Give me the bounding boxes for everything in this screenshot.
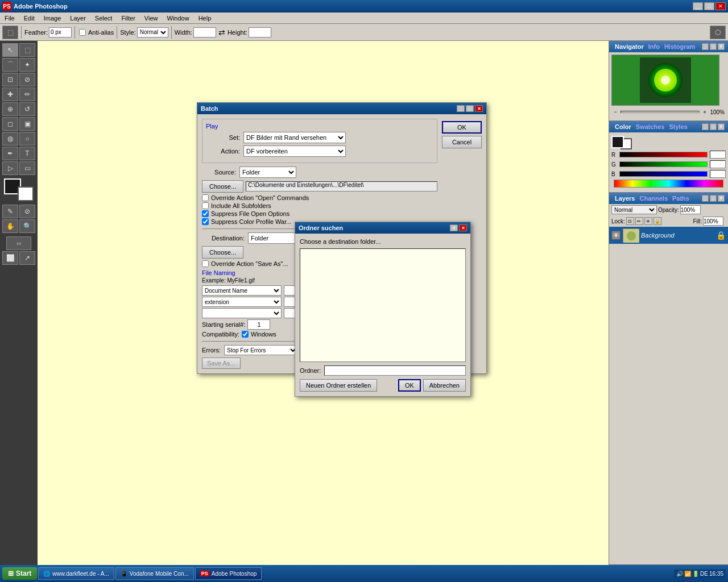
taskbar-item-photoshop[interactable]: PS Adobe Photoshop [195,567,262,580]
history-brush-tool[interactable]: ↺ [19,102,35,116]
menu-layer[interactable]: Layer [65,14,90,23]
g-value[interactable] [710,160,726,168]
width-input[interactable] [193,27,216,38]
r-value[interactable] [710,151,726,159]
info-tab[interactable]: Info [646,43,662,50]
ordner-close-btn[interactable]: ✕ [459,225,467,231]
menu-window[interactable]: Window [163,14,194,23]
magic-wand-tool[interactable]: ✦ [19,58,35,72]
lock-image-icon[interactable]: ✏ [635,217,643,225]
blur-tool[interactable]: ◍ [2,132,18,146]
navigator-tab[interactable]: Navigator [613,43,646,50]
goto-imageready[interactable]: ↗ [19,251,35,265]
screen-mode-standard[interactable]: ▭ [6,236,31,250]
choose-dest-button[interactable]: Choose... [202,246,243,259]
new-folder-button[interactable]: Neuen Ordner erstellen [300,379,377,392]
styles-tab[interactable]: Styles [667,123,689,130]
shape-tool[interactable]: ▭ [19,161,35,175]
source-select[interactable]: Folder [239,167,296,178]
ordner-help-btn[interactable]: ? [450,225,458,231]
anti-alias-checkbox[interactable] [79,29,86,36]
batch-ok-button[interactable]: OK [442,121,482,134]
lock-all-icon[interactable]: 🔒 [653,217,661,225]
navigator-close-btn[interactable]: ✕ [718,43,725,50]
layers-tab[interactable]: Layers [613,195,637,202]
ordner-cancel-button[interactable]: Abbrechen [423,379,466,392]
ordner-ok-button[interactable]: OK [398,379,421,392]
b-slider[interactable] [619,171,708,177]
menu-select[interactable]: Select [90,14,117,23]
menu-help[interactable]: Help [194,14,216,23]
channels-tab[interactable]: Channels [637,195,670,202]
choose-source-button[interactable]: Choose... [202,180,243,193]
taskbar-item-darkfleet[interactable]: 🌐 www.darkfleet.de - A... [38,567,114,580]
batch-maximize-btn[interactable]: □ [466,105,474,112]
layer-visibility-icon[interactable]: 👁 [611,231,621,240]
pen-tool[interactable]: ✒ [2,147,18,160]
text-tool[interactable]: T [19,147,35,160]
color-tab[interactable]: Color [613,123,634,130]
path-tool[interactable]: ▷ [2,161,18,175]
naming-select-2[interactable]: extension [202,297,282,307]
screen-mode-full[interactable]: ⬜ [2,251,18,265]
menu-edit[interactable]: Edit [19,14,39,23]
suppress-color-checkbox[interactable] [202,218,209,225]
color-minimize-btn[interactable]: _ [702,123,709,130]
lasso-tool[interactable]: ⌒ [2,58,18,72]
eraser-tool[interactable]: ◻ [2,117,18,131]
batch-close-btn[interactable]: ✕ [475,105,483,112]
lock-transparent-icon[interactable]: ⊡ [626,217,634,225]
color-maximize-btn[interactable]: □ [710,123,717,130]
include-subfolders-checkbox[interactable] [202,202,209,209]
style-select[interactable]: Normal [137,27,168,38]
lock-position-icon[interactable]: ✛ [644,217,652,225]
g-slider[interactable] [619,161,708,167]
paths-tab[interactable]: Paths [670,195,692,202]
gradient-tool[interactable]: ▣ [19,117,35,131]
suppress-file-checkbox[interactable] [202,210,209,217]
b-value[interactable] [710,170,726,178]
ordner-input[interactable] [324,365,466,376]
windows-checkbox[interactable] [242,331,249,338]
slice-tool[interactable]: ⊘ [19,73,35,86]
notes-tool[interactable]: ✎ [2,205,18,218]
fill-input[interactable] [703,217,723,226]
zoom-tool[interactable]: 🔍 [19,219,35,233]
geometry-options-icon[interactable]: ⬡ [710,26,726,39]
menu-filter[interactable]: Filter [117,14,139,23]
clone-tool[interactable]: ⊕ [2,102,18,116]
taskbar-item-vodafone[interactable]: 📱 Vodafone Mobile Con... [115,567,194,580]
maximize-button[interactable]: □ [704,2,714,10]
ordner-tree[interactable] [300,248,466,362]
save-as-button[interactable]: Save As... [202,357,241,369]
dodge-tool[interactable]: ○ [19,132,35,146]
move-tool[interactable]: ↖ [2,43,18,57]
navigator-maximize-btn[interactable]: □ [710,43,717,50]
naming-select-3[interactable] [202,308,282,318]
layers-maximize-btn[interactable]: □ [710,195,717,202]
nav-zoom-out-icon[interactable]: － [613,108,618,116]
fg-swatch[interactable] [611,136,624,148]
set-select[interactable]: DF Bilder mit Rand versehen [243,132,346,143]
naming-select-1[interactable]: Document Name [202,285,282,296]
close-button[interactable]: ✕ [715,2,726,10]
crop-tool[interactable]: ⊡ [2,73,18,86]
opacity-input[interactable] [680,205,701,214]
nav-zoom-slider[interactable] [621,111,700,113]
nav-zoom-in-icon[interactable]: ＋ [702,108,708,116]
navigator-minimize-btn[interactable]: _ [702,43,709,50]
override-save-checkbox[interactable] [202,260,209,267]
batch-cancel-button[interactable]: Cancel [442,136,482,148]
marquee-tool-icon[interactable]: ⬚ [2,26,18,39]
height-input[interactable] [249,27,271,38]
menu-image[interactable]: Image [39,14,66,23]
start-button[interactable]: ⊞ Start [2,567,37,580]
color-close-btn[interactable]: ✕ [718,123,725,130]
errors-select[interactable]: Stop For Errors [224,345,298,355]
feather-input[interactable] [49,27,72,38]
hand-tool[interactable]: ✋ [2,219,18,233]
background-color[interactable] [18,186,34,201]
eyedropper-tool[interactable]: ⊘ [19,205,35,218]
layers-close-btn[interactable]: ✕ [718,195,725,202]
layers-minimize-btn[interactable]: _ [702,195,709,202]
